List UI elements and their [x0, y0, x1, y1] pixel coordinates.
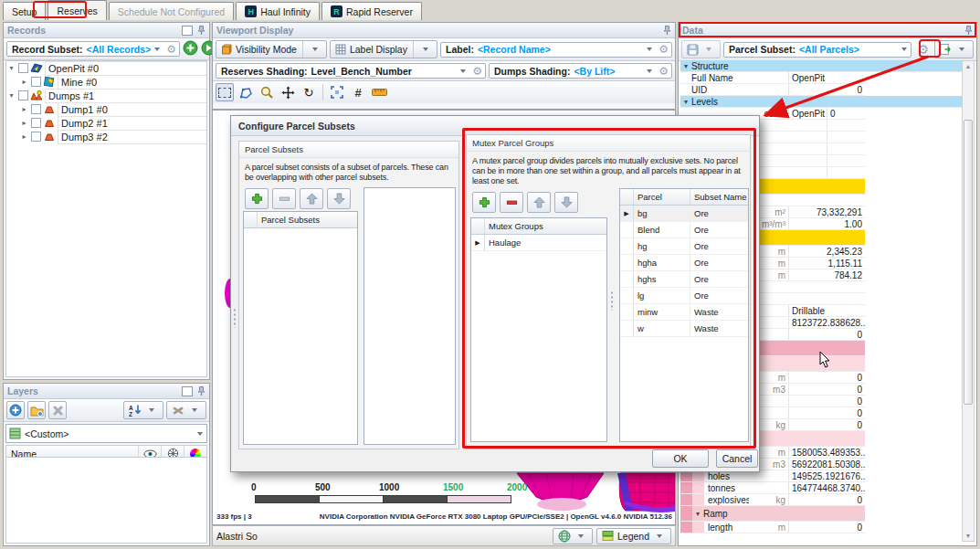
grid-row[interactable]: ▾Structure — [680, 60, 964, 72]
export-data-button[interactable] — [934, 40, 974, 58]
grid-toggle-button[interactable]: # — [349, 83, 367, 101]
layers-list[interactable] — [5, 457, 207, 544]
minimize-icon[interactable] — [182, 26, 193, 36]
splitter-handle[interactable] — [233, 308, 237, 328]
grid-row[interactable]: explosiveskg0 — [680, 494, 865, 506]
tree-item-dump2-1[interactable]: ▸Dump2 #1 — [6, 116, 206, 130]
parcel-subsets-list[interactable]: Parcel Subsets — [243, 211, 358, 445]
tree-checkbox[interactable] — [31, 77, 41, 87]
zoom-button[interactable] — [258, 83, 276, 101]
group-expander-icon[interactable]: ▾ — [680, 98, 691, 106]
parcel-row[interactable]: minwWaste — [620, 304, 748, 321]
grid-row[interactable]: ▾Levels — [680, 96, 964, 108]
tree-checkbox[interactable] — [31, 104, 41, 114]
tab-haul-infinity[interactable]: HHaul Infinity — [236, 2, 320, 20]
parcel-row[interactable]: BlendOre — [620, 222, 748, 238]
tree-checkbox[interactable] — [18, 90, 28, 100]
tree-expander-icon[interactable]: ▸ — [19, 78, 29, 86]
move-up-button[interactable] — [300, 188, 323, 209]
tree-item-openpit-0[interactable]: ▾OpenPit #0 — [6, 61, 206, 75]
polygon-select-button[interactable] — [237, 83, 255, 101]
scroll-up-icon[interactable]: ▲ — [963, 63, 974, 69]
tree-expander-icon[interactable]: ▾ — [6, 64, 16, 72]
legend-button[interactable]: Legend — [596, 528, 671, 544]
parcel-subset-combo[interactable]: Parcel Subset: <All Parcels> — [723, 42, 912, 58]
remove-parcel-subset-button[interactable] — [272, 188, 296, 209]
tree-expander-icon[interactable]: ▸ — [19, 105, 29, 113]
grid-row[interactable]: lengthm0 — [680, 522, 865, 533]
move-up-button[interactable] — [527, 192, 551, 213]
tree-expander-icon[interactable]: ▾ — [6, 91, 16, 100]
mutex-groups-list[interactable]: Mutex Groups ▶Haulage — [470, 217, 607, 442]
record-subset-gear-icon[interactable]: ⚙ — [166, 44, 176, 55]
label-combo[interactable]: Label: <Record Name> ⚙ — [440, 42, 672, 58]
pin-icon[interactable] — [663, 26, 671, 36]
grid-row[interactable]: UID0 — [680, 84, 865, 96]
pin-icon[interactable] — [197, 26, 205, 36]
tree-item-dump3-2[interactable]: ▸Dump3 #2 — [6, 130, 206, 143]
move-down-button[interactable] — [554, 192, 578, 213]
parcel-assignment-table[interactable]: Parcel Subset Name ▶bgOreBlendOrehgOrehg… — [619, 188, 749, 442]
add-parcel-subset-button[interactable] — [245, 188, 269, 209]
parcel-subsets-list-header[interactable]: Parcel Subsets — [258, 212, 357, 227]
delete-layer-button[interactable] — [48, 401, 67, 419]
add-mutex-group-button[interactable] — [472, 192, 496, 213]
layer-preset-combo[interactable]: <Custom> — [5, 424, 207, 443]
parcel-row[interactable]: hghaOre — [620, 255, 748, 271]
tree-checkbox[interactable] — [31, 132, 41, 142]
parcel-column-header[interactable]: Parcel — [634, 189, 690, 205]
parcel-row[interactable]: wWaste — [620, 321, 748, 337]
parcel-row[interactable]: lgOre — [620, 288, 748, 304]
visibility-mode-button[interactable]: Visibility Mode — [216, 40, 327, 58]
grid-row[interactable]: ▾Ramp — [680, 506, 865, 522]
save-data-button[interactable] — [681, 40, 721, 58]
pin-icon[interactable] — [197, 386, 205, 396]
sort-layers-button[interactable]: AZ — [123, 401, 163, 419]
dumps-shading-gear-icon[interactable]: ⚙ — [659, 66, 669, 77]
grid-row[interactable]: tonnes164774468.3740... — [680, 482, 865, 494]
label-gear-icon[interactable]: ⚙ — [659, 44, 669, 55]
add-layer-folder-button[interactable] — [27, 401, 46, 419]
group-expander-icon[interactable]: ▾ — [680, 62, 691, 70]
tab-reserves[interactable]: Reserves — [47, 0, 106, 20]
subset-name-column-header[interactable]: Subset Name — [690, 189, 748, 205]
tree-item-dump1-0[interactable]: ▸Dump1 #0 — [6, 102, 206, 116]
measure-button[interactable] — [370, 83, 388, 101]
record-subset-combo[interactable]: Record Subset: <All Records> ⚙ — [6, 41, 180, 57]
tree-item-dumps-1[interactable]: ▾Dumps #1 — [6, 89, 206, 102]
rectangle-select-button[interactable] — [216, 83, 234, 101]
parcel-row[interactable]: hghsOre — [620, 271, 748, 288]
scrollbar-thumb[interactable] — [964, 120, 973, 405]
reserves-shading-gear-icon[interactable]: ⚙ — [472, 66, 482, 77]
parcel-subset-gear-icon[interactable]: ⚙ — [917, 43, 929, 56]
parcel-row[interactable]: hgOre — [620, 238, 748, 255]
remove-mutex-group-button[interactable] — [500, 192, 523, 213]
dumps-shading-combo[interactable]: Dumps Shading: <By Lift> ⚙ — [489, 63, 672, 79]
expand-records-button[interactable] — [183, 40, 198, 58]
tree-checkbox[interactable] — [31, 118, 41, 128]
tree-item-mine-0[interactable]: ▸Mine #0 — [6, 75, 206, 89]
ok-button[interactable]: OK — [652, 449, 709, 468]
group-expander-icon[interactable]: ▾ — [692, 510, 703, 518]
rotate-button[interactable]: ↻ — [300, 83, 318, 101]
pan-button[interactable] — [279, 83, 297, 101]
label-display-button[interactable]: Label Display — [330, 40, 437, 58]
layer-tools-button[interactable] — [166, 401, 206, 419]
tree-expander-icon[interactable]: ▸ — [19, 132, 29, 141]
scroll-down-icon[interactable]: ▼ — [963, 533, 974, 539]
grid-row[interactable]: Full NameOpenPit — [680, 72, 865, 84]
reserves-shading-combo[interactable]: Reserves Shading: Level_Bench_Number ⚙ — [216, 63, 486, 79]
mutex-group-row[interactable]: ▶Haulage — [471, 235, 606, 251]
move-down-button[interactable] — [327, 188, 351, 209]
splitter-handle[interactable] — [610, 290, 614, 311]
minimize-icon[interactable] — [182, 386, 193, 396]
mutex-groups-list-header[interactable]: Mutex Groups — [485, 218, 606, 234]
tree-checkbox[interactable] — [18, 63, 28, 73]
parcel-row[interactable]: ▶bgOre — [620, 206, 748, 222]
tab-setup[interactable]: Setup — [3, 2, 46, 20]
globe-button[interactable] — [553, 528, 593, 544]
tab-rapid-reserver[interactable]: RRapid Reserver — [321, 2, 422, 20]
cancel-button[interactable]: Cancel — [716, 449, 758, 468]
fit-to-screen-button[interactable] — [328, 83, 346, 101]
pin-icon[interactable] — [964, 26, 973, 36]
